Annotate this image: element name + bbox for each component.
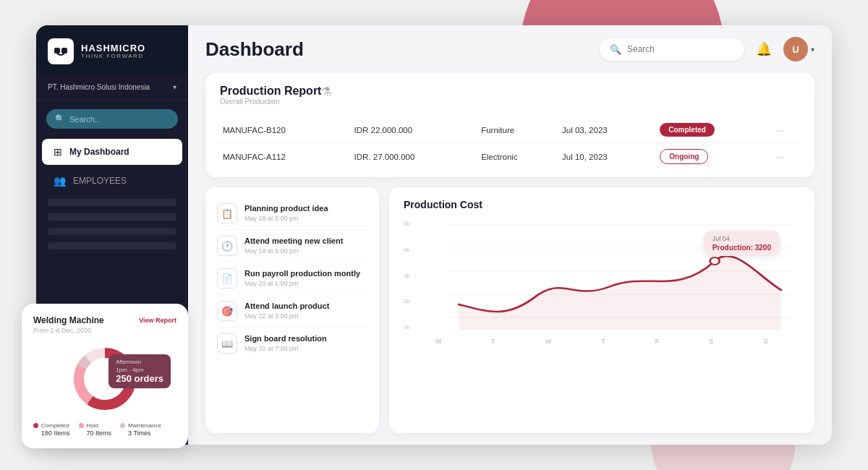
chart-x-labels: M T W T F S S	[404, 338, 800, 345]
filter-icon[interactable]: ⚗	[321, 85, 331, 98]
row-category: Furniture	[478, 117, 559, 143]
task-icon-launch: 🎯	[217, 301, 237, 321]
tooltip-time: 1pm - 4pm	[116, 367, 163, 373]
tasks-card: 📋 Planning product idea May 18 at 5:00 p…	[205, 187, 379, 433]
task-icon-sign: 📖	[217, 333, 237, 354]
legend-hold: Hold 70 Items	[79, 422, 112, 437]
task-title-launch: Attend launch product	[244, 301, 367, 311]
chart-y-labels: 1k 2k 3k 4k 5k	[404, 218, 409, 333]
tooltip-date: Jul 04	[712, 235, 771, 242]
header: Dashboard 🔍 🔔 U ▾	[188, 25, 832, 73]
view-report-link[interactable]: View Report	[139, 317, 176, 324]
y-label-5k: 5k	[404, 221, 409, 227]
x-label-m: M	[436, 338, 442, 345]
task-info-sign: Sign board resolution May 22 at 7:00 pm	[244, 333, 367, 352]
logo-icon	[48, 38, 74, 64]
sidebar-item-dashboard[interactable]: ⊞ My Dashboard	[42, 139, 182, 165]
donut-tooltip: Afternoon 1pm - 4pm 250 orders	[109, 354, 171, 388]
table-row: MANUFAC-B120 IDR 22.000.000 Furniture Ju…	[220, 117, 800, 143]
sidebar-placeholder-4	[48, 242, 176, 249]
tooltip-time-label: Afternoon	[116, 359, 163, 365]
welding-title: Welding Machine	[33, 315, 104, 325]
sidebar-item-label-dashboard: My Dashboard	[69, 147, 129, 157]
sidebar-search-input[interactable]	[69, 115, 169, 124]
user-avatar-wrap[interactable]: U ▾	[783, 37, 814, 61]
sidebar-item-employees[interactable]: 👥 EMPLOYEES	[42, 168, 182, 194]
row-status: Completed	[657, 117, 773, 143]
task-info-launch: Attend launch product May 22 at 3:00 pm	[244, 301, 367, 320]
avatar-chevron-icon: ▾	[811, 46, 814, 54]
sidebar-item-label-employees: EMPLOYEES	[73, 176, 127, 186]
avatar[interactable]: U	[783, 37, 808, 61]
sidebar-placeholder-2	[48, 213, 176, 221]
x-label-s2: S	[763, 338, 767, 345]
sidebar-placeholder-3	[48, 228, 176, 235]
chart-area: 1k 2k 3k 4k 5k	[404, 218, 800, 333]
y-label-4k: 4k	[404, 247, 409, 253]
task-icon-planning: 📋	[217, 203, 237, 223]
dashboard-body: Production Report Overall Production ⚗ M…	[188, 73, 832, 445]
company-name: PT. Hashmicro Solusi Indonesia	[48, 83, 169, 91]
production-report-table: MANUFAC-B120 IDR 22.000.000 Furniture Ju…	[220, 117, 800, 170]
task-date-meeting: May 18 at 8:00 pm	[244, 247, 367, 255]
x-label-f: F	[655, 338, 660, 345]
task-date-payroll: May 20 at 1:00 pm	[244, 280, 367, 287]
legend-completed: Completed 180 Items	[33, 422, 70, 437]
task-date-launch: May 22 at 3:00 pm	[244, 312, 367, 320]
y-label-1k: 1k	[404, 324, 409, 330]
row-amount: IDR. 27.000.000	[352, 143, 479, 171]
x-label-s1: S	[709, 338, 713, 345]
search-input[interactable]	[627, 44, 734, 54]
task-title-planning: Planning product idea	[244, 203, 367, 213]
task-title-meeting: Attend meeting new client	[244, 236, 367, 246]
task-title-payroll: Run payroll production montly	[244, 268, 367, 278]
task-title-sign: Sign board resolution	[244, 333, 367, 343]
task-item-meeting: 🕐 Attend meeting new client May 18 at 8:…	[217, 230, 367, 262]
chevron-down-icon: ▾	[173, 83, 176, 91]
production-report-title: Production Report	[220, 85, 321, 98]
production-report-subtitle: Overall Production	[220, 98, 321, 106]
search-bar[interactable]: 🔍	[600, 38, 744, 61]
task-info-meeting: Attend meeting new client May 18 at 8:00…	[244, 236, 367, 255]
row-more[interactable]: ···	[773, 117, 800, 143]
task-item-planning: 📋 Planning product idea May 18 at 5:00 p…	[217, 197, 367, 230]
row-amount: IDR 22.000.000	[352, 117, 479, 143]
legend-maintenance: Maintenance 3 Times	[120, 422, 161, 437]
y-label-2k: 2k	[404, 298, 409, 304]
svg-rect-4	[54, 48, 60, 54]
task-item-launch: 🎯 Attend launch product May 22 at 3:00 p…	[217, 295, 367, 328]
production-report-card: Production Report Overall Production ⚗ M…	[205, 73, 814, 177]
welding-machine-card: Welding Machine View Report From 1-6 Dec…	[22, 304, 188, 448]
notification-bell-icon[interactable]: 🔔	[756, 41, 772, 57]
task-item-sign: 📖 Sign board resolution May 22 at 7:00 p…	[217, 328, 367, 359]
task-info-payroll: Run payroll production montly May 20 at …	[244, 268, 367, 287]
x-label-t1: T	[491, 338, 495, 345]
y-label-3k: 3k	[404, 273, 409, 279]
x-label-t2: T	[601, 338, 605, 345]
sidebar-search[interactable]: 🔍	[46, 109, 178, 129]
search-icon-header: 🔍	[610, 44, 621, 55]
sidebar-company[interactable]: PT. Hashmicro Solusi Indonesia ▾	[36, 74, 188, 101]
donut-chart: Afternoon 1pm - 4pm 250 orders	[33, 343, 176, 415]
welding-subtitle: From 1-6 Dec, 2020	[33, 327, 176, 334]
logo-brand: HASHMICRO	[81, 43, 145, 53]
bottom-row: 📋 Planning product idea May 18 at 5:00 p…	[205, 187, 814, 433]
tooltip-value: Production: 3200	[712, 244, 771, 252]
svg-rect-5	[61, 48, 67, 54]
employees-icon: 👥	[54, 175, 66, 187]
task-item-payroll: 📄 Run payroll production montly May 20 a…	[217, 262, 367, 295]
left-column: Production Report Overall Production ⚗ M…	[205, 73, 814, 433]
task-info-planning: Planning product idea May 18 at 5:00 pm	[244, 203, 367, 222]
search-icon: 🔍	[55, 114, 65, 124]
chart-title: Production Cost	[404, 199, 800, 210]
page-title: Dashboard	[205, 38, 588, 61]
production-cost-card: Production Cost 1k 2k 3k 4k 5k	[389, 187, 814, 433]
row-category: Electronic	[478, 143, 559, 171]
task-icon-payroll: 📄	[217, 268, 237, 289]
row-date: Jul 10, 2023	[559, 143, 657, 171]
main-content: Dashboard 🔍 🔔 U ▾ Production Report	[188, 25, 832, 445]
row-more[interactable]: ···	[773, 143, 800, 171]
row-id: MANUFAC-B120	[220, 117, 352, 143]
welding-legend: Completed 180 Items Hold 70 Items Mainte…	[33, 422, 176, 437]
row-date: Jul 03, 2023	[559, 117, 657, 143]
